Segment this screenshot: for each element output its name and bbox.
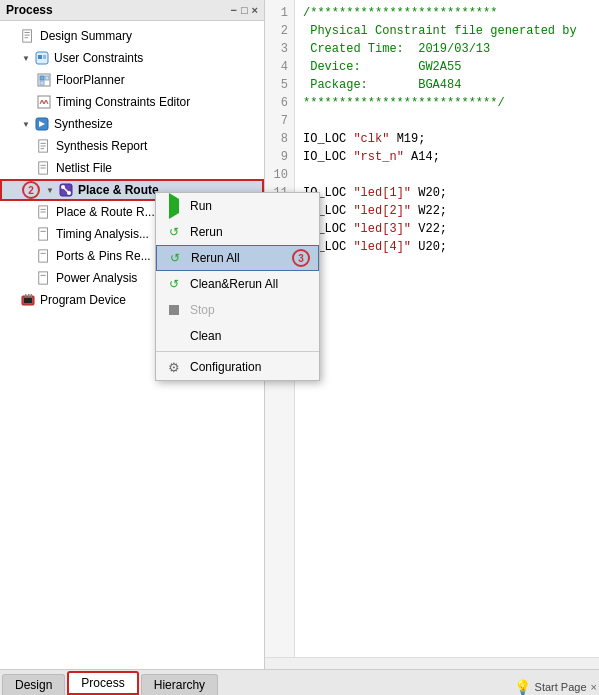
svg-rect-9 <box>45 76 49 80</box>
ctx-clean-rerun-all[interactable]: ↺ Clean&Rerun All <box>156 271 319 297</box>
tree-item-synthesis-report[interactable]: Synthesis Report <box>0 135 264 157</box>
minimize-button[interactable]: − <box>230 4 236 16</box>
place-route-chevron: ▼ <box>44 184 56 196</box>
synthesize-chevron: ▼ <box>20 118 32 130</box>
tab-hierarchy[interactable]: Hierarchy <box>141 674 218 695</box>
tab-hierarchy-label: Hierarchy <box>154 678 205 692</box>
ctx-clean[interactable]: Clean <box>156 323 319 349</box>
place-route-report-label: Place & Route R... <box>56 205 155 219</box>
svg-rect-6 <box>43 55 46 59</box>
rerun-all-badge: 3 <box>292 249 310 267</box>
ctx-stop[interactable]: Stop <box>156 297 319 323</box>
bottom-scroll-track <box>265 658 599 669</box>
synthesis-report-label: Synthesis Report <box>56 139 147 153</box>
tree-item-timing-constraints[interactable]: Timing Constraints Editor <box>0 91 264 113</box>
tab-process[interactable]: Process <box>67 671 138 695</box>
ctx-stop-label: Stop <box>190 303 215 317</box>
ctx-configuration-label: Configuration <box>190 360 261 374</box>
floorplanner-label: FloorPlanner <box>56 73 125 87</box>
status-bar-right: 💡 Start Page × <box>514 679 597 695</box>
svg-rect-5 <box>38 55 42 59</box>
tab-process-label: Process <box>81 676 124 690</box>
place-route-label: Place & Route <box>78 183 159 197</box>
start-page-label[interactable]: Start Page <box>535 681 587 693</box>
main-container: Process − □ × Design Summary <box>0 0 599 669</box>
synthesis-report-icon <box>36 138 52 154</box>
bulb-icon: 💡 <box>514 679 531 695</box>
synthesize-label: Synthesize <box>54 117 113 131</box>
floorplanner-icon <box>36 72 52 88</box>
netlist-file-icon <box>36 160 52 176</box>
maximize-button[interactable]: □ <box>241 4 248 16</box>
ctx-rerun-label: Rerun <box>190 225 223 239</box>
svg-rect-33 <box>39 272 48 284</box>
tree-item-netlist-file[interactable]: Netlist File <box>0 157 264 179</box>
ports-pins-icon <box>36 248 52 264</box>
place-route-icon <box>58 182 74 198</box>
user-constraints-icon <box>34 50 50 66</box>
ctx-rerun-all[interactable]: ↺ Rerun All 3 <box>156 245 319 271</box>
run-icon <box>166 198 182 214</box>
code-content: /************************** Physical Con… <box>295 0 599 657</box>
svg-rect-38 <box>28 294 30 297</box>
clean-icon <box>166 328 182 344</box>
rerun-all-icon: ↺ <box>167 250 183 266</box>
stop-icon <box>166 302 182 318</box>
svg-rect-31 <box>39 250 48 262</box>
timing-analysis-label: Timing Analysis... <box>56 227 149 241</box>
close-button[interactable]: × <box>252 4 258 16</box>
ports-pins-label: Ports & Pins Re... <box>56 249 151 263</box>
place-route-badge: 2 <box>22 181 40 199</box>
panel-title: Process <box>6 3 53 17</box>
timing-constraints-icon <box>36 94 52 110</box>
ctx-clean-label: Clean <box>190 329 221 343</box>
bottom-scroll[interactable] <box>265 657 599 669</box>
tree-item-design-summary[interactable]: Design Summary <box>0 25 264 47</box>
bottom-tabs: Design Process Hierarchy 💡 Start Page × <box>0 669 599 695</box>
panel-header-icons: − □ × <box>230 4 258 16</box>
tree-item-synthesize[interactable]: ▼ Synthesize <box>0 113 264 135</box>
ctx-run[interactable]: Run <box>156 193 319 219</box>
svg-rect-37 <box>25 294 27 297</box>
ctx-run-label: Run <box>190 199 212 213</box>
design-summary-icon <box>20 28 36 44</box>
netlist-file-label: Netlist File <box>56 161 112 175</box>
timing-constraints-label: Timing Constraints Editor <box>56 95 190 109</box>
program-device-icon <box>20 292 36 308</box>
ctx-rerun[interactable]: ↺ Rerun <box>156 219 319 245</box>
rerun-icon: ↺ <box>166 224 182 240</box>
configuration-gear-icon: ⚙ <box>166 359 182 375</box>
timing-analysis-icon <box>36 226 52 242</box>
svg-rect-39 <box>31 294 33 297</box>
svg-rect-36 <box>24 298 32 303</box>
tab-design[interactable]: Design <box>2 674 65 695</box>
tree-item-floorplanner[interactable]: FloorPlanner <box>0 69 264 91</box>
synthesize-icon <box>34 116 50 132</box>
svg-rect-29 <box>39 228 48 240</box>
ctx-clean-rerun-all-label: Clean&Rerun All <box>190 277 278 291</box>
left-panel: Process − □ × Design Summary <box>0 0 265 669</box>
start-page-close-btn[interactable]: × <box>591 681 597 693</box>
svg-rect-10 <box>40 81 44 85</box>
power-analysis-label: Power Analysis <box>56 271 137 285</box>
context-menu: Run ↺ Rerun ↺ Rerun All 3 ↺ Clean&Rerun … <box>155 192 320 381</box>
panel-header: Process − □ × <box>0 0 264 21</box>
power-analysis-icon <box>36 270 52 286</box>
ctx-separator <box>156 351 319 352</box>
user-constraints-label: User Constraints <box>54 51 143 65</box>
design-summary-label: Design Summary <box>40 29 132 43</box>
place-route-report-icon <box>36 204 52 220</box>
tab-design-label: Design <box>15 678 52 692</box>
ctx-configuration[interactable]: ⚙ Configuration <box>156 354 319 380</box>
svg-rect-0 <box>23 30 32 42</box>
program-device-label: Program Device <box>40 293 126 307</box>
tree-item-user-constraints[interactable]: ▼ User Constraints <box>0 47 264 69</box>
ctx-rerun-all-label: Rerun All <box>191 251 240 265</box>
user-constraints-chevron: ▼ <box>20 52 32 64</box>
svg-rect-8 <box>40 76 44 80</box>
clean-rerun-all-icon: ↺ <box>166 276 182 292</box>
